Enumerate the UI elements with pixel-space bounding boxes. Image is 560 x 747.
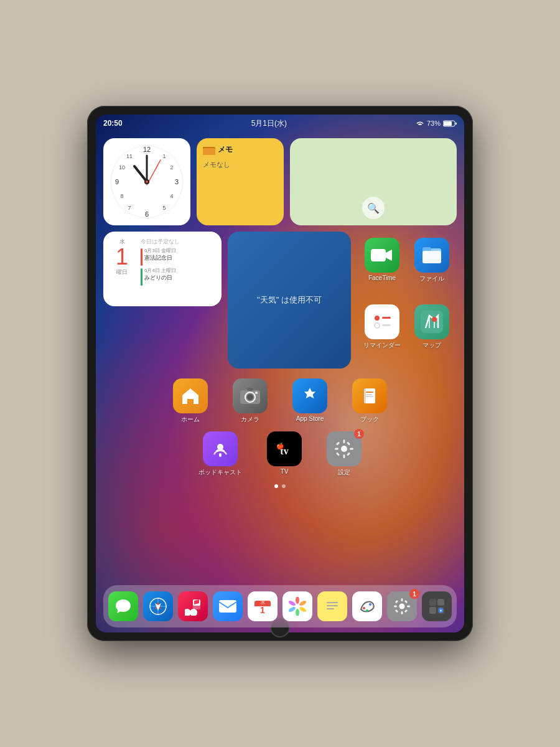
svg-text:4: 4 <box>170 193 173 199</box>
podcasts-label: ポッドキャスト <box>198 468 242 477</box>
svg-rect-46 <box>366 394 372 395</box>
home-icon[interactable] <box>173 378 208 413</box>
dock-notes[interactable] <box>317 591 347 621</box>
books-icon[interactable] <box>352 378 387 413</box>
svg-rect-1 <box>444 121 452 126</box>
dock-mail[interactable] <box>213 591 243 621</box>
app-maps[interactable]: マップ <box>413 304 450 362</box>
dock-messages[interactable] <box>108 591 138 621</box>
svg-rect-97 <box>437 599 444 606</box>
svg-rect-59 <box>347 441 350 445</box>
cal-day-name: 曜日 <box>116 268 128 276</box>
svg-rect-96 <box>429 599 436 606</box>
files-label: ファイル <box>419 275 444 283</box>
page-dots <box>103 484 457 488</box>
app-camera[interactable]: カメラ <box>233 378 268 424</box>
messages-icon <box>114 598 132 615</box>
settings-icon[interactable]: 1 <box>327 431 362 466</box>
app-facetime[interactable]: FaceTime <box>363 238 401 296</box>
camera-icon[interactable] <box>233 378 268 413</box>
app-files[interactable]: ファイル <box>413 238 450 296</box>
photos-icon <box>288 597 307 616</box>
app-row-2: ホーム カメラ <box>103 378 457 424</box>
svg-rect-57 <box>336 441 340 445</box>
svg-rect-81 <box>327 602 338 603</box>
right-apps-grid: FaceTime ファイル <box>357 232 457 369</box>
app-settings[interactable]: 1 設定 <box>327 431 362 477</box>
svg-rect-93 <box>404 609 408 613</box>
memo-widget[interactable]: メモ メモなし <box>197 138 284 225</box>
weather-widget[interactable]: "天気" は使用不可 <box>228 232 351 369</box>
svg-text:3: 3 <box>175 178 179 186</box>
calendar-widget[interactable]: 水 1 曜日 今日は予定なし 6月3日 金曜日 憲法記念日 <box>103 232 222 306</box>
content-area: 12 3 6 9 1 2 4 5 7 8 10 11 <box>96 132 464 632</box>
dock-freeform[interactable] <box>352 591 382 621</box>
appstore-icon[interactable] <box>292 378 327 413</box>
settings-svg <box>334 438 355 459</box>
app-appstore[interactable]: App Store <box>292 378 327 424</box>
clock-widget[interactable]: 12 3 6 9 1 2 4 5 7 8 10 11 <box>103 138 190 225</box>
podcasts-icon[interactable] <box>203 431 238 466</box>
tv-icon[interactable]: tv 🍎 <box>267 431 302 466</box>
files-icon[interactable] <box>414 238 449 273</box>
calendar-dock-icon: 1 水 <box>253 597 272 616</box>
cal-event-date-2: 6月4日 土曜日 <box>144 267 176 274</box>
svg-text:9: 9 <box>115 178 119 186</box>
cal-left: 水 1 曜日 <box>110 238 134 300</box>
svg-rect-41 <box>247 388 253 391</box>
svg-rect-44 <box>364 388 366 403</box>
green-note-widget[interactable]: 🔍 <box>290 138 457 225</box>
tv-svg: tv 🍎 <box>272 438 297 459</box>
svg-rect-53 <box>343 439 345 443</box>
reminders-label: リマインダー <box>363 341 401 350</box>
svg-point-85 <box>369 603 371 606</box>
svg-rect-47 <box>366 396 373 397</box>
svg-line-15 <box>134 166 147 182</box>
maps-icon[interactable] <box>414 304 449 339</box>
cal-event-bar-1 <box>141 248 142 266</box>
svg-rect-88 <box>401 598 403 601</box>
dock-app-library[interactable] <box>422 591 452 621</box>
status-bar: 20:50 5月1日(水) 73% <box>96 115 464 132</box>
maps-svg <box>421 311 443 333</box>
app-tv[interactable]: tv 🍎 TV <box>267 431 302 477</box>
camera-label: カメラ <box>241 415 259 424</box>
dock-safari[interactable] <box>143 591 173 621</box>
app-home[interactable]: ホーム <box>173 378 208 424</box>
svg-rect-102 <box>441 609 441 612</box>
camera-svg <box>240 387 261 405</box>
svg-point-77 <box>296 609 299 616</box>
dock-calendar[interactable]: 1 水 <box>248 591 278 621</box>
books-label: ブック <box>360 415 379 424</box>
settings-dock-badge: 1 <box>409 589 419 599</box>
facetime-icon[interactable] <box>365 238 399 273</box>
svg-point-87 <box>399 604 405 609</box>
svg-text:7: 7 <box>128 205 131 211</box>
svg-point-75 <box>299 599 307 606</box>
files-svg <box>421 245 442 266</box>
appstore-label: App Store <box>296 415 324 422</box>
reminders-icon[interactable] <box>365 304 399 339</box>
ipad-device: 20:50 5月1日(水) 73% <box>87 106 473 641</box>
cal-event-bar-2 <box>141 268 142 286</box>
safari-icon <box>149 597 167 616</box>
app-reminders[interactable]: リマインダー <box>363 304 401 362</box>
svg-text:🍎: 🍎 <box>276 442 284 450</box>
appstore-svg <box>299 385 320 406</box>
app-library-icon <box>427 597 446 616</box>
notes-dock-icon <box>323 597 342 616</box>
spotlight-button[interactable]: 🔍 <box>362 197 385 219</box>
svg-text:2: 2 <box>170 164 173 171</box>
app-podcasts[interactable]: ポッドキャスト <box>198 431 242 477</box>
status-right: 73% <box>416 120 457 127</box>
svg-rect-22 <box>203 148 215 155</box>
dock-music[interactable] <box>178 591 208 621</box>
dock-settings-2[interactable]: 1 <box>387 591 417 621</box>
dock-photos[interactable] <box>282 591 312 621</box>
svg-rect-30 <box>382 317 391 319</box>
svg-rect-45 <box>366 392 373 393</box>
svg-rect-95 <box>395 609 399 613</box>
app-books[interactable]: ブック <box>352 378 387 424</box>
svg-point-74 <box>296 597 299 604</box>
svg-rect-33 <box>421 311 443 333</box>
